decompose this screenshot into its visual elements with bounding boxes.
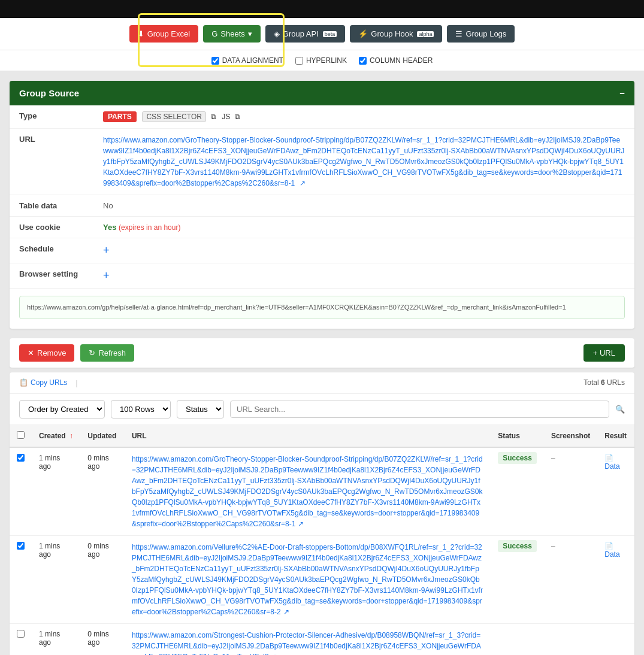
remove-button[interactable]: ✕ Remove (19, 344, 74, 362)
updated-header: Updated (80, 425, 125, 447)
table-row: 1 mins ago 0 mins ago https://www.amazon… (10, 535, 634, 623)
refresh-button[interactable]: ↻ Refresh (80, 344, 134, 362)
use-cookie-row: Use cookie Yes (expires in an hour) (10, 217, 634, 238)
use-cookie-value: Yes (expires in an hour) (93, 217, 634, 238)
collapse-icon[interactable]: − (619, 88, 625, 98)
logs-icon: ☰ (455, 29, 462, 38)
table-data-label: Table data (10, 195, 93, 217)
css-selector-button[interactable]: CSS SELECTOR (142, 111, 205, 122)
copy-css-icon[interactable]: ⧉ (211, 113, 216, 121)
hyperlink-checkbox[interactable] (295, 57, 303, 65)
status-badge: Success (498, 540, 537, 552)
sheets-icon: G (211, 29, 217, 38)
group-hook-button[interactable]: ⚡ Group Hook alpha (350, 25, 442, 43)
screenshot-cell: – (544, 447, 597, 536)
data-alignment-checkbox[interactable] (211, 57, 219, 65)
status-cell (491, 623, 544, 655)
order-by-dropdown[interactable]: Order by Created (19, 400, 105, 419)
browser-setting-add-button[interactable]: + (103, 269, 110, 281)
chevron-down-icon: ▾ (248, 29, 252, 38)
hook-icon: ⚡ (358, 29, 368, 38)
url-header: URL (125, 425, 491, 447)
schedule-add-button[interactable]: + (103, 244, 110, 256)
url-add-button[interactable]: + URL (583, 344, 625, 362)
status-badge: Success (498, 452, 537, 464)
browser-setting-label: Browser setting (10, 263, 93, 289)
type-row: Type PARTS CSS SELECTOR ⧉ JS ⧉ (10, 105, 634, 129)
top-bar (0, 0, 644, 18)
row-checkbox[interactable] (17, 454, 25, 462)
url-external-link[interactable]: ↗ (298, 520, 304, 528)
x-icon: ✕ (28, 348, 34, 357)
group-logs-button[interactable]: ☰ Group Logs (447, 25, 515, 43)
url-value: https://www.amazon.com/GroTheory-Stopper… (93, 129, 634, 195)
data-table: Created ↑ Updated URL Status Screenshot … (10, 425, 634, 656)
screenshot-dash: – (551, 542, 555, 550)
search-icon[interactable]: 🔍 (615, 405, 625, 414)
copy-icon: 📋 (19, 378, 28, 387)
url-row: URL https://www.amazon.com/GroTheory-Sto… (10, 129, 634, 195)
url-cell: https://www.amazon.com/Strongest-Cushion… (125, 623, 491, 655)
status-dropdown[interactable]: Status (177, 400, 224, 419)
select-all-checkbox[interactable] (17, 431, 25, 439)
row-checkbox-cell[interactable] (10, 447, 32, 536)
browser-setting-value: + (93, 263, 634, 289)
url-external-link[interactable]: ↗ (283, 608, 289, 616)
group-excel-button[interactable]: ⬇ Group Excel (129, 25, 199, 43)
toolbar: ⬇ Group Excel G Sheets ▾ ◈ Group API bet… (0, 18, 644, 50)
group-source-header: Group Source − (10, 81, 634, 105)
schedule-label: Schedule (10, 238, 93, 263)
screenshot-cell: – (544, 535, 597, 623)
js-label: JS (222, 113, 230, 121)
table-toolbar: 📋 Copy URLs | Total 6 URLs (10, 372, 634, 394)
table-header: Created ↑ Updated URL Status Screenshot … (10, 425, 634, 447)
group-source-panel: Group Source − Type PARTS CSS SELECTOR ⧉… (10, 81, 634, 329)
url-cell: https://www.amazon.com/Vellure%C2%AE-Doo… (125, 535, 491, 623)
url-external-link[interactable]: ↗ (271, 653, 277, 656)
url-label: URL (10, 129, 93, 195)
select-all-header[interactable] (10, 425, 32, 447)
row-checkbox-cell[interactable] (10, 535, 32, 623)
url-search-input[interactable] (230, 401, 609, 418)
url-cell: https://www.amazon.com/GroTheory-Stopper… (125, 447, 491, 536)
result-cell: 📄 Data (597, 447, 634, 536)
sheets-button[interactable]: G Sheets ▾ (203, 25, 261, 43)
column-header-checkbox[interactable] (359, 57, 367, 65)
row-checkbox[interactable] (17, 630, 25, 638)
copy-urls-button[interactable]: 📋 Copy URLs (19, 378, 67, 387)
result-data-link[interactable]: 📄 Data (604, 454, 627, 471)
api-icon: ◈ (274, 29, 280, 38)
expires-text: (expires in an hour) (119, 223, 180, 232)
browser-setting-row: Browser setting + (10, 263, 634, 289)
table-row: 1 mins ago 0 mins ago https://www.amazon… (10, 447, 634, 536)
table-data-value: No (93, 195, 634, 217)
screenshot-dash: – (551, 454, 555, 462)
copy-js-icon[interactable]: ⧉ (235, 113, 240, 121)
updated-cell: 0 mins ago (80, 535, 125, 623)
table-body: 1 mins ago 0 mins ago https://www.amazon… (10, 447, 634, 656)
group-api-button[interactable]: ◈ Group API beta (265, 25, 346, 43)
hyperlink-checkbox-label[interactable]: HYPERLINK (295, 56, 347, 65)
updated-cell: 0 mins ago (80, 623, 125, 655)
checkboxes-row: DATA ALIGNMENT HYPERLINK COLUMN HEADER (0, 50, 644, 71)
refresh-icon: ↻ (89, 348, 95, 357)
result-cell: 📄 Data (597, 535, 634, 623)
status-cell: Success (491, 447, 544, 536)
preview-box: https://www.amazon.com/gp/help/seller/at… (19, 296, 625, 319)
column-header-checkbox-label[interactable]: COLUMN HEADER (359, 56, 433, 65)
sort-arrow: ↑ (69, 432, 73, 440)
row-checkbox[interactable] (17, 542, 25, 550)
table-section: 📋 Copy URLs | Total 6 URLs Order by Crea… (10, 372, 634, 656)
type-label: Type (10, 105, 93, 129)
status-cell: Success (491, 535, 544, 623)
row-checkbox-cell[interactable] (10, 623, 32, 655)
filter-row: Order by Created 100 Rows Status 🔍 (10, 394, 634, 425)
schedule-row: Schedule + (10, 238, 634, 263)
updated-cell: 0 mins ago (80, 447, 125, 536)
external-link-icon[interactable]: ↗ (300, 179, 306, 187)
table-data-row: Table data No (10, 195, 634, 217)
rows-dropdown[interactable]: 100 Rows (111, 400, 171, 419)
result-data-link[interactable]: 📄 Data (604, 542, 627, 559)
data-alignment-checkbox-label[interactable]: DATA ALIGNMENT (211, 56, 283, 65)
status-header: Status (491, 425, 544, 447)
